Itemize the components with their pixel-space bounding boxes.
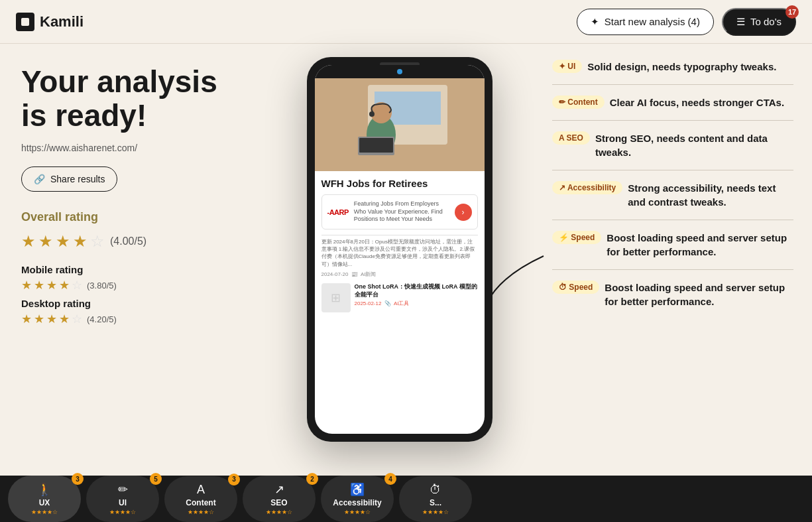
aarp-logo: -AARP bbox=[327, 208, 349, 216]
tab-badge: 5 bbox=[150, 473, 162, 485]
phone-screen: WFH Jobs for Retirees -AARP Featuring Jo… bbox=[315, 65, 485, 434]
phone-ad-text: Featuring Jobs From Employers Who Value … bbox=[354, 200, 449, 224]
desktop-label: Desktop rating bbox=[21, 298, 244, 309]
tab-ux-icon: 🚶 bbox=[37, 482, 52, 497]
list-icon: ☰ bbox=[736, 16, 745, 28]
svg-point-7 bbox=[369, 111, 375, 117]
badge-seo: A SEO bbox=[552, 131, 590, 145]
tab-badge: 3 bbox=[72, 473, 84, 485]
tab-item-seo[interactable]: 2↗SEO★★★★☆ bbox=[243, 476, 316, 522]
logo-icon bbox=[16, 13, 34, 31]
desktop-rating: Desktop rating ★ ★ ★ ★ ☆ (4.20/5) bbox=[21, 298, 244, 326]
tab-content-label: Content bbox=[186, 498, 215, 507]
insight-text: Clear AI focus, needs stronger CTAs. bbox=[610, 96, 793, 109]
star-3: ★ bbox=[56, 232, 70, 251]
tab-accessibility-stars: ★★★★☆ bbox=[344, 509, 371, 515]
badge-accessibility: ↗ Accessibility bbox=[552, 181, 622, 194]
insight-header: ✦ UISolid design, needs typography tweak… bbox=[552, 60, 793, 74]
left-panel: Your analysis is ready! https://www.aish… bbox=[0, 44, 265, 476]
tab-item-ux[interactable]: 3🚶UX★★★★☆ bbox=[8, 476, 81, 522]
phone-ad-row: -AARP Featuring Jobs From Employers Who … bbox=[321, 194, 478, 229]
badge-ui: ✦ UI bbox=[552, 60, 582, 73]
tab-content-icon: A bbox=[197, 483, 205, 497]
phone-article-content: One Shot LoRA：快速生成视频 LoRA 模型的全能平台 2025-0… bbox=[355, 283, 478, 312]
star-1: ★ bbox=[21, 232, 36, 251]
todos-button[interactable]: ☰ To do's 17 bbox=[722, 8, 796, 36]
tab-s...-stars: ★★★★☆ bbox=[422, 509, 449, 515]
phone-date-row: 2024-07-20 📰 AI新闻 bbox=[321, 271, 478, 278]
bottom-tab-bar: 3🚶UX★★★★☆5✏UI★★★★☆3AContent★★★★☆2↗SEO★★★… bbox=[0, 476, 812, 522]
star-2: ★ bbox=[38, 232, 53, 251]
tab-badge: 3 bbox=[228, 474, 240, 486]
badge-speed: ⚡ Speed bbox=[552, 231, 601, 244]
share-results-button[interactable]: 🔗 Share results bbox=[21, 166, 117, 192]
insight-item: ↗ AccessibilityStrong accessibility, nee… bbox=[552, 181, 793, 220]
insight-header: ⚡ SpeedBoost loading speed and server se… bbox=[552, 231, 793, 259]
logo-text: Kamili bbox=[40, 13, 84, 31]
tab-ui-icon: ✏ bbox=[118, 482, 128, 497]
tab-item-ui[interactable]: 5✏UI★★★★☆ bbox=[86, 476, 159, 522]
badge-content: ✏ Content bbox=[552, 96, 605, 109]
share-label: Share results bbox=[50, 174, 105, 184]
phone-article-row: ⊞ One Shot LoRA：快速生成视频 LoRA 模型的全能平台 2025… bbox=[321, 281, 478, 315]
tab-ux-label: UX bbox=[39, 498, 50, 507]
overall-stars: ★ ★ ★ ★ ☆ (4.00/5) bbox=[21, 232, 244, 251]
center-panel: WFH Jobs for Retirees -AARP Featuring Jo… bbox=[265, 44, 534, 476]
new-analysis-button[interactable]: ✦ Start new analysis (4) bbox=[577, 9, 714, 35]
insight-item: ✏ ContentClear AI focus, needs stronger … bbox=[552, 96, 793, 121]
tab-s...-label: S... bbox=[430, 498, 441, 507]
header-actions: ✦ Start new analysis (4) ☰ To do's 17 bbox=[577, 8, 796, 36]
tab-item-accessibility[interactable]: 4♿Accessibility★★★★☆ bbox=[321, 476, 394, 522]
main-content: Your analysis is ready! https://www.aish… bbox=[0, 44, 812, 476]
tab-item-s...[interactable]: ⏱S...★★★★☆ bbox=[399, 476, 472, 522]
mobile-value: (3.80/5) bbox=[87, 281, 117, 291]
logo-icon-inner bbox=[21, 18, 29, 26]
sparkle-icon: ✦ bbox=[591, 16, 599, 28]
tab-accessibility-label: Accessibility bbox=[333, 498, 381, 507]
todos-label: To do's bbox=[750, 16, 782, 27]
insight-item: ⏱ SpeedBoost loading speed and server se… bbox=[552, 281, 793, 319]
insight-text: Boost loading speed and server setup for… bbox=[607, 231, 793, 259]
phone-article-meta: 2025-02-12 📎 AI工具 bbox=[355, 300, 478, 307]
phone-content: WFH Jobs for Retirees -AARP Featuring Jo… bbox=[315, 171, 485, 322]
desktop-value: (4.20/5) bbox=[87, 314, 117, 324]
mobile-rating: Mobile rating ★ ★ ★ ★ ☆ (3.80/5) bbox=[21, 264, 244, 293]
phone-article-thumbnail: ⊞ bbox=[321, 283, 351, 312]
star-5: ☆ bbox=[90, 232, 105, 251]
tab-seo-stars: ★★★★☆ bbox=[266, 509, 292, 515]
link-icon: 🔗 bbox=[34, 174, 45, 184]
tab-seo-label: SEO bbox=[270, 498, 287, 507]
new-analysis-label: Start new analysis (4) bbox=[605, 16, 700, 27]
header: Kamili ✦ Start new analysis (4) ☰ To do'… bbox=[0, 0, 812, 44]
mobile-stars-row: ★ ★ ★ ★ ☆ (3.80/5) bbox=[21, 278, 244, 293]
svg-rect-6 bbox=[359, 138, 393, 153]
insight-item: A SEOStrong SEO, needs content and data … bbox=[552, 131, 793, 170]
tab-s...-icon: ⏱ bbox=[430, 483, 441, 497]
tab-ui-stars: ★★★★☆ bbox=[109, 509, 136, 515]
tab-seo-icon: ↗ bbox=[274, 482, 284, 497]
phone-mockup: WFH Jobs for Retirees -AARP Featuring Jo… bbox=[307, 57, 493, 442]
phone-article-title: One Shot LoRA：快速生成视频 LoRA 模型的全能平台 bbox=[355, 283, 478, 298]
phone-ad-button[interactable]: › bbox=[455, 204, 472, 221]
insight-header: A SEOStrong SEO, needs content and data … bbox=[552, 131, 793, 159]
phone-headline: WFH Jobs for Retirees bbox=[321, 178, 478, 189]
todos-badge: 17 bbox=[785, 5, 799, 19]
insight-header: ✏ ContentClear AI focus, needs stronger … bbox=[552, 96, 793, 109]
phone-separator bbox=[321, 235, 478, 235]
phone-chinese-text: 更新 2024年8月20日：Opus模型无限额度访问地址，需注册，注意事项 1.… bbox=[321, 238, 478, 268]
phone-status-dot bbox=[397, 69, 402, 74]
phone-status-bar bbox=[315, 65, 485, 78]
insight-item: ✦ UISolid design, needs typography tweak… bbox=[552, 60, 793, 85]
insight-item: ⚡ SpeedBoost loading speed and server se… bbox=[552, 231, 793, 270]
tab-badge: 2 bbox=[306, 473, 318, 485]
overall-rating-label: Overall rating bbox=[21, 210, 244, 224]
tab-content-stars: ★★★★☆ bbox=[188, 509, 214, 515]
tab-item-content[interactable]: 3AContent★★★★☆ bbox=[164, 476, 237, 522]
insight-header: ↗ AccessibilityStrong accessibility, nee… bbox=[552, 181, 793, 209]
analysis-url: https://www.aisharenet.com/ bbox=[21, 143, 244, 153]
right-panel: ✦ UISolid design, needs typography tweak… bbox=[534, 44, 812, 476]
badge-speed: ⏱ Speed bbox=[552, 281, 599, 294]
phone-image-area bbox=[315, 78, 485, 171]
tab-ui-label: UI bbox=[119, 498, 127, 507]
desktop-stars-row: ★ ★ ★ ★ ☆ (4.20/5) bbox=[21, 312, 244, 326]
